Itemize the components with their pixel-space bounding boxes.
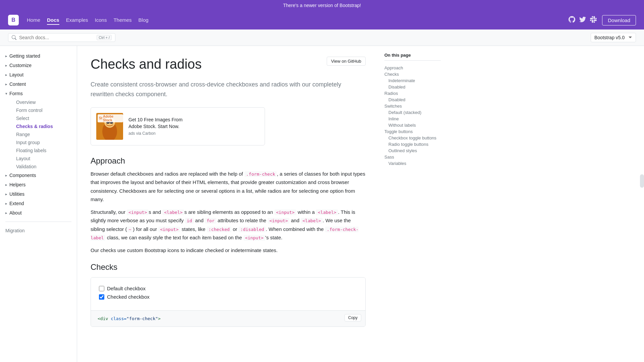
slack-icon[interactable] xyxy=(590,16,597,24)
view-on-github-button[interactable]: View on GitHub xyxy=(327,57,366,66)
main-layout: ▸ Getting started ▸ Customize ▸ Layout ▸… xyxy=(0,46,644,362)
chevron-right-icon: ▸ xyxy=(5,201,7,206)
search-icon xyxy=(12,35,16,40)
sidebar-sub-floating-labels[interactable]: Floating labels xyxy=(11,146,77,155)
sidebar-divider xyxy=(5,222,71,222)
github-icon[interactable] xyxy=(569,16,575,24)
toc-radios[interactable]: Radios xyxy=(384,90,441,97)
sidebar-label-content: Content xyxy=(9,81,26,87)
checkbox-checked-label[interactable]: Checked checkbox xyxy=(107,294,150,300)
toc-checks[interactable]: Checks xyxy=(384,71,441,77)
sidebar-item-customize[interactable]: ▸ Customize xyxy=(0,61,77,70)
toc-approach[interactable]: Approach xyxy=(384,65,441,71)
approach-para2: Structurally, our <input>s and <label>s … xyxy=(91,208,366,242)
download-button[interactable]: Download xyxy=(602,15,636,25)
version-selector[interactable]: Bootstrap v5.0 xyxy=(591,33,636,42)
top-banner: There's a newer version of Bootstrap! xyxy=(0,0,644,11)
toc-default-stacked[interactable]: Default (stacked) xyxy=(384,109,441,116)
sidebar-sub-form-control[interactable]: Form control xyxy=(11,106,77,114)
sidebar-item-helpers[interactable]: ▸ Helpers xyxy=(0,180,77,189)
toc-disabled-radios[interactable]: Disabled xyxy=(384,97,441,103)
chevron-right-icon: ▸ xyxy=(5,73,7,77)
code-val-form-check: "form-check" xyxy=(126,316,158,321)
chevron-right-icon: ▸ xyxy=(5,63,7,68)
chevron-right-icon: ▸ xyxy=(5,54,7,58)
nav-examples[interactable]: Examples xyxy=(66,16,88,24)
sidebar-sub-validation[interactable]: Validation xyxy=(11,163,77,171)
sidebar-label-extend: Extend xyxy=(9,201,24,206)
toc-sass[interactable]: Sass xyxy=(384,154,441,160)
ad-footer: ads via Carbon xyxy=(128,131,156,136)
toc-indeterminate[interactable]: Indeterminate xyxy=(384,77,441,84)
chevron-right-icon: ▸ xyxy=(5,173,7,178)
toc-switches[interactable]: Switches xyxy=(384,103,441,109)
approach-para3: Our checks use custom Bootstrap icons to… xyxy=(91,246,366,255)
sidebar-sub-range[interactable]: Range xyxy=(11,130,77,138)
nav-blog[interactable]: Blog xyxy=(139,16,149,24)
page-title: Checks and radios xyxy=(91,57,202,72)
chevron-right-icon: ▸ xyxy=(5,192,7,196)
sidebar-item-about[interactable]: ▸ About xyxy=(0,208,77,218)
sidebar-item-layout[interactable]: ▸ Layout xyxy=(0,70,77,79)
nav-links: Home Docs Examples Icons Themes Blog xyxy=(27,17,149,23)
ad-logo-badge: St Adobe Stock xyxy=(98,114,123,122)
sidebar-item-extend[interactable]: ▸ Extend xyxy=(0,199,77,208)
checkbox-checked[interactable] xyxy=(99,294,104,300)
sidebar-sub-input-group[interactable]: Input group xyxy=(11,138,77,146)
toc-inline[interactable]: Inline xyxy=(384,116,441,122)
sidebar: ▸ Getting started ▸ Customize ▸ Layout ▸… xyxy=(0,46,77,362)
sidebar-item-components[interactable]: ▸ Components xyxy=(0,171,77,180)
demo-code-block: Copy <div class="form-check"> xyxy=(91,310,365,326)
sidebar-sub-overview[interactable]: Overview xyxy=(11,98,77,106)
sidebar-item-forms[interactable]: ▾ Forms xyxy=(0,89,77,98)
toc-toggle-buttons[interactable]: Toggle buttons xyxy=(384,128,441,135)
code-tag-close: > xyxy=(158,316,161,321)
nav-themes[interactable]: Themes xyxy=(113,16,131,24)
form-check-checked: Checked checkbox xyxy=(99,294,357,300)
toc-outlined[interactable]: Outlined styles xyxy=(384,147,441,154)
ad-subheadline: Adobe Stock. Start Now. xyxy=(128,124,182,129)
toc-checkbox-toggle[interactable]: Checkbox toggle buttons xyxy=(384,135,441,141)
search-shortcut: Ctrl + / xyxy=(97,35,112,40)
ad-headline: Get 10 Free Images From xyxy=(128,117,182,122)
chevron-right-icon: ▸ xyxy=(5,82,7,86)
chevron-down-icon: ▾ xyxy=(5,92,7,96)
sidebar-label-utilities: Utilities xyxy=(9,191,24,197)
toc-disabled-checks[interactable]: Disabled xyxy=(384,84,441,90)
content-area: Checks and radios View on GitHub Create … xyxy=(77,46,379,362)
copy-button[interactable]: Copy xyxy=(344,314,361,321)
toc-variables[interactable]: Variables xyxy=(384,160,441,167)
ad-image: St Adobe Stock xyxy=(96,113,123,140)
banner-text: There's a newer version of Bootstrap! xyxy=(283,3,361,8)
page-lead: Create consistent cross-browser and cros… xyxy=(91,80,366,99)
nav-icons[interactable]: Icons xyxy=(95,16,107,24)
toc-without-labels[interactable]: Without labels xyxy=(384,122,441,128)
checkbox-default[interactable] xyxy=(99,286,104,291)
approach-heading: Approach xyxy=(91,156,366,166)
navbar-icons xyxy=(569,16,597,24)
sidebar-migration[interactable]: Migration xyxy=(0,226,77,235)
sidebar-sub-layout[interactable]: Layout xyxy=(11,155,77,163)
on-this-page-title: On this page xyxy=(384,53,441,61)
chevron-right-icon: ▸ xyxy=(5,183,7,187)
code-attr-class: class= xyxy=(111,316,126,321)
sidebar-label-about: About xyxy=(9,210,22,216)
code-tag-div: <div xyxy=(98,316,111,321)
checkbox-default-label[interactable]: Default checkbox xyxy=(107,286,146,291)
sidebar-item-utilities[interactable]: ▸ Utilities xyxy=(0,189,77,199)
forms-submenu: Overview Form control Select Checks & ra… xyxy=(0,98,77,171)
sidebar-sub-select[interactable]: Select xyxy=(11,114,77,122)
nav-home[interactable]: Home xyxy=(27,16,40,24)
on-this-page: On this page Approach Checks Indetermina… xyxy=(379,46,446,173)
brand-link[interactable]: B xyxy=(8,15,19,25)
chevron-right-icon: ▸ xyxy=(5,211,7,215)
nav-docs[interactable]: Docs xyxy=(47,16,59,25)
twitter-icon[interactable] xyxy=(579,16,586,24)
sidebar-item-content[interactable]: ▸ Content xyxy=(0,79,77,89)
sidebar-sub-checks-radios[interactable]: Checks & radios xyxy=(11,122,77,130)
sidebar-label-helpers: Helpers xyxy=(9,182,25,187)
sidebar-item-getting-started[interactable]: ▸ Getting started xyxy=(0,51,77,61)
search-input[interactable] xyxy=(19,35,94,40)
approach-para1: Browser default checkboxes and radios ar… xyxy=(91,170,366,204)
toc-radio-toggle[interactable]: Radio toggle buttons xyxy=(384,141,441,147)
